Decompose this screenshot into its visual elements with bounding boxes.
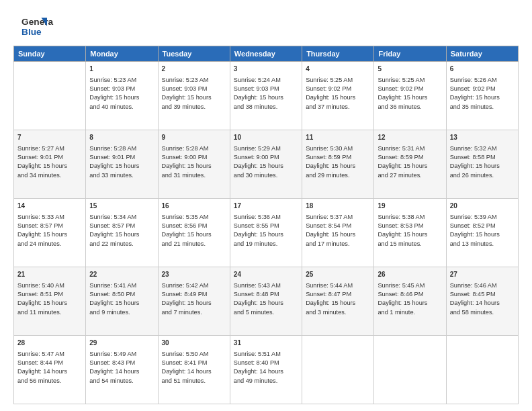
day-info: Sunrise: 5:51 AM Sunset: 8:40 PM Dayligh… <box>234 351 283 384</box>
day-cell: 9Sunrise: 5:28 AM Sunset: 9:00 PM Daylig… <box>158 130 230 199</box>
week-row-5: 28Sunrise: 5:47 AM Sunset: 8:44 PM Dayli… <box>14 336 519 404</box>
day-info: Sunrise: 5:30 AM Sunset: 8:59 PM Dayligh… <box>306 145 355 179</box>
day-number: 30 <box>162 338 226 349</box>
day-cell: 22Sunrise: 5:41 AM Sunset: 8:50 PM Dayli… <box>86 267 158 336</box>
day-info: Sunrise: 5:41 AM Sunset: 8:50 PM Dayligh… <box>89 282 139 316</box>
day-number: 17 <box>234 201 298 212</box>
day-cell: 10Sunrise: 5:29 AM Sunset: 9:00 PM Dayli… <box>230 130 302 199</box>
day-cell: 18Sunrise: 5:37 AM Sunset: 8:54 PM Dayli… <box>302 199 374 267</box>
day-cell: 13Sunrise: 5:32 AM Sunset: 8:58 PM Dayli… <box>446 130 518 199</box>
day-info: Sunrise: 5:50 AM Sunset: 8:41 PM Dayligh… <box>162 351 212 384</box>
header: General Blue <box>13 12 519 39</box>
day-cell: 24Sunrise: 5:43 AM Sunset: 8:48 PM Dayli… <box>230 267 302 336</box>
day-cell: 4Sunrise: 5:25 AM Sunset: 9:02 PM Daylig… <box>302 62 374 130</box>
header-row: SundayMondayTuesdayWednesdayThursdayFrid… <box>14 46 519 62</box>
day-info: Sunrise: 5:27 AM Sunset: 9:01 PM Dayligh… <box>17 145 67 179</box>
day-info: Sunrise: 5:38 AM Sunset: 8:53 PM Dayligh… <box>378 214 427 247</box>
day-info: Sunrise: 5:45 AM Sunset: 8:46 PM Dayligh… <box>378 282 427 316</box>
day-info: Sunrise: 5:35 AM Sunset: 8:56 PM Dayligh… <box>162 214 212 247</box>
day-info: Sunrise: 5:46 AM Sunset: 8:45 PM Dayligh… <box>450 282 500 316</box>
day-number: 9 <box>162 133 226 143</box>
day-number: 18 <box>306 201 370 212</box>
day-number: 7 <box>17 133 82 143</box>
day-info: Sunrise: 5:23 AM Sunset: 9:03 PM Dayligh… <box>89 77 139 110</box>
day-info: Sunrise: 5:44 AM Sunset: 8:47 PM Dayligh… <box>306 282 355 316</box>
day-number: 6 <box>450 64 515 75</box>
day-cell: 7Sunrise: 5:27 AM Sunset: 9:01 PM Daylig… <box>14 130 86 199</box>
day-cell: 3Sunrise: 5:24 AM Sunset: 9:03 PM Daylig… <box>230 62 302 130</box>
day-cell <box>446 336 518 404</box>
col-header-saturday: Saturday <box>446 46 518 62</box>
day-cell: 6Sunrise: 5:26 AM Sunset: 9:02 PM Daylig… <box>446 62 518 130</box>
day-number: 10 <box>234 133 298 143</box>
day-cell: 12Sunrise: 5:31 AM Sunset: 8:59 PM Dayli… <box>374 130 446 199</box>
day-cell: 28Sunrise: 5:47 AM Sunset: 8:44 PM Dayli… <box>14 336 86 404</box>
day-cell: 8Sunrise: 5:28 AM Sunset: 9:01 PM Daylig… <box>86 130 158 199</box>
page: General Blue SundayMondayTuesdayWednesda… <box>0 0 532 411</box>
day-number: 14 <box>17 201 82 212</box>
day-number: 5 <box>378 64 442 75</box>
day-cell <box>374 336 446 404</box>
week-row-4: 21Sunrise: 5:40 AM Sunset: 8:51 PM Dayli… <box>14 267 519 336</box>
day-number: 24 <box>234 270 298 280</box>
day-info: Sunrise: 5:37 AM Sunset: 8:54 PM Dayligh… <box>306 214 355 247</box>
week-row-3: 14Sunrise: 5:33 AM Sunset: 8:57 PM Dayli… <box>14 199 519 267</box>
day-cell: 17Sunrise: 5:36 AM Sunset: 8:55 PM Dayli… <box>230 199 302 267</box>
col-header-friday: Friday <box>374 46 446 62</box>
day-info: Sunrise: 5:39 AM Sunset: 8:52 PM Dayligh… <box>450 214 500 247</box>
day-number: 22 <box>89 270 154 280</box>
day-number: 3 <box>234 64 298 75</box>
day-cell <box>302 336 374 404</box>
calendar-table: SundayMondayTuesdayWednesdayThursdayFrid… <box>13 46 519 404</box>
day-cell: 14Sunrise: 5:33 AM Sunset: 8:57 PM Dayli… <box>14 199 86 267</box>
logo-icon: General Blue <box>13 12 54 39</box>
day-info: Sunrise: 5:40 AM Sunset: 8:51 PM Dayligh… <box>17 282 67 316</box>
day-number: 1 <box>89 64 154 75</box>
svg-text:Blue: Blue <box>21 27 42 37</box>
day-cell: 5Sunrise: 5:25 AM Sunset: 9:02 PM Daylig… <box>374 62 446 130</box>
day-cell: 26Sunrise: 5:45 AM Sunset: 8:46 PM Dayli… <box>374 267 446 336</box>
svg-text:General: General <box>21 17 54 27</box>
day-info: Sunrise: 5:32 AM Sunset: 8:58 PM Dayligh… <box>450 145 500 179</box>
day-info: Sunrise: 5:31 AM Sunset: 8:59 PM Dayligh… <box>378 145 427 179</box>
day-cell: 11Sunrise: 5:30 AM Sunset: 8:59 PM Dayli… <box>302 130 374 199</box>
day-cell: 30Sunrise: 5:50 AM Sunset: 8:41 PM Dayli… <box>158 336 230 404</box>
day-cell <box>14 62 86 130</box>
day-cell: 25Sunrise: 5:44 AM Sunset: 8:47 PM Dayli… <box>302 267 374 336</box>
day-info: Sunrise: 5:25 AM Sunset: 9:02 PM Dayligh… <box>306 77 355 110</box>
day-number: 23 <box>162 270 226 280</box>
day-info: Sunrise: 5:28 AM Sunset: 9:01 PM Dayligh… <box>89 145 139 179</box>
logo: General Blue <box>13 12 54 39</box>
day-info: Sunrise: 5:25 AM Sunset: 9:02 PM Dayligh… <box>378 77 427 110</box>
day-info: Sunrise: 5:28 AM Sunset: 9:00 PM Dayligh… <box>162 145 212 179</box>
day-number: 12 <box>378 133 442 143</box>
day-info: Sunrise: 5:29 AM Sunset: 9:00 PM Dayligh… <box>234 145 283 179</box>
day-number: 20 <box>450 201 515 212</box>
day-number: 11 <box>306 133 370 143</box>
day-info: Sunrise: 5:47 AM Sunset: 8:44 PM Dayligh… <box>17 351 67 384</box>
day-number: 26 <box>378 270 442 280</box>
week-row-2: 7Sunrise: 5:27 AM Sunset: 9:01 PM Daylig… <box>14 130 519 199</box>
day-number: 21 <box>17 270 82 280</box>
day-number: 2 <box>162 64 226 75</box>
col-header-tuesday: Tuesday <box>158 46 230 62</box>
day-number: 28 <box>17 338 82 349</box>
day-number: 27 <box>450 270 515 280</box>
day-info: Sunrise: 5:36 AM Sunset: 8:55 PM Dayligh… <box>234 214 283 247</box>
col-header-monday: Monday <box>86 46 158 62</box>
day-cell: 21Sunrise: 5:40 AM Sunset: 8:51 PM Dayli… <box>14 267 86 336</box>
day-number: 8 <box>89 133 154 143</box>
day-number: 15 <box>89 201 154 212</box>
day-info: Sunrise: 5:42 AM Sunset: 8:49 PM Dayligh… <box>162 282 212 316</box>
day-number: 16 <box>162 201 226 212</box>
day-info: Sunrise: 5:33 AM Sunset: 8:57 PM Dayligh… <box>17 214 67 247</box>
day-number: 19 <box>378 201 442 212</box>
week-row-1: 1Sunrise: 5:23 AM Sunset: 9:03 PM Daylig… <box>14 62 519 130</box>
day-cell: 20Sunrise: 5:39 AM Sunset: 8:52 PM Dayli… <box>446 199 518 267</box>
day-cell: 19Sunrise: 5:38 AM Sunset: 8:53 PM Dayli… <box>374 199 446 267</box>
col-header-sunday: Sunday <box>14 46 86 62</box>
day-info: Sunrise: 5:23 AM Sunset: 9:03 PM Dayligh… <box>162 77 212 110</box>
day-cell: 27Sunrise: 5:46 AM Sunset: 8:45 PM Dayli… <box>446 267 518 336</box>
day-number: 13 <box>450 133 515 143</box>
day-info: Sunrise: 5:24 AM Sunset: 9:03 PM Dayligh… <box>234 77 283 110</box>
